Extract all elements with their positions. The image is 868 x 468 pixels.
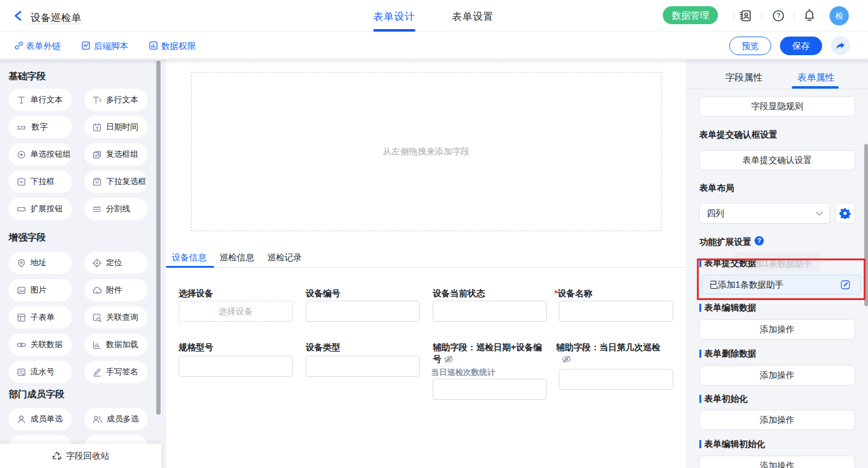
svg-text:?: ? [776, 12, 780, 19]
svg-text:?: ? [757, 237, 761, 244]
svg-text:123: 123 [17, 125, 25, 131]
